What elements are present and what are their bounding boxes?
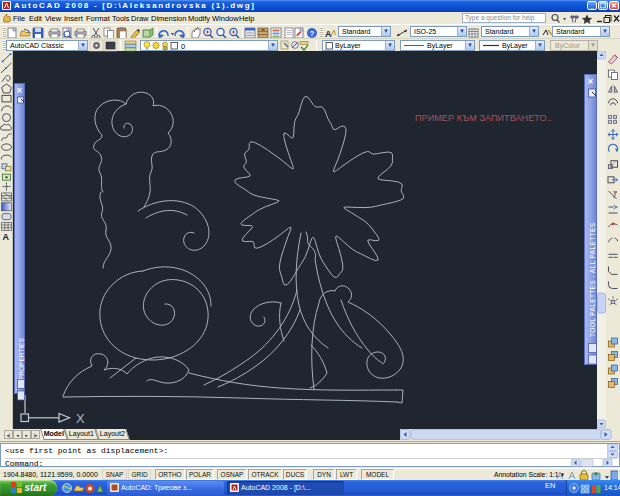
svg-text:ПРИМЕР КЪМ ЗАПИТВАНЕТО..: ПРИМЕР КЪМ ЗАПИТВАНЕТО.. <box>415 113 552 123</box>
svg-text:0: 0 <box>181 42 185 51</box>
svg-text:X: X <box>76 411 85 426</box>
svg-text:A: A <box>3 232 10 242</box>
svg-text:?: ? <box>310 29 315 38</box>
